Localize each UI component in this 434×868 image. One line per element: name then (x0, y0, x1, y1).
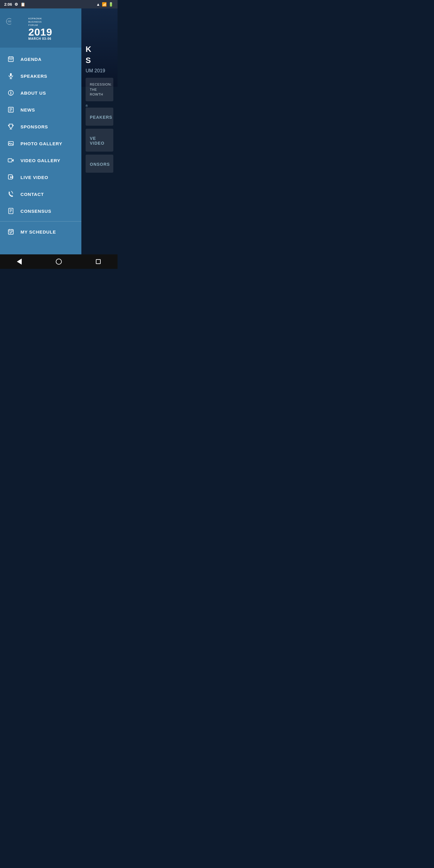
phone-icon (7, 190, 15, 198)
calendar-icon (7, 55, 15, 63)
news-label: NEWS (21, 107, 35, 113)
sidebar-item-about-us[interactable]: ABOUT US (0, 84, 82, 101)
live-video-card: VE VIDEO (86, 129, 113, 152)
recent-icon (96, 259, 101, 264)
status-left: 2:06 ⚙ 📋 (4, 2, 25, 7)
sidebar-item-photo-gallery[interactable]: PHOTO GALLERY (0, 135, 82, 152)
sidebar-item-contact[interactable]: CONTACT (0, 186, 82, 203)
logo-text: KOPAONIKBUSINESSFORUM 2019 MARCH 03-06 (28, 17, 53, 41)
time-display: 2:06 (4, 2, 12, 7)
main-wrapper: KOPAONIKBUSINESSFORUM 2019 MARCH 03-06 (0, 8, 118, 254)
android-nav-bar (0, 254, 118, 269)
logo-subtitle: KOPAONIKBUSINESSFORUM (28, 17, 53, 27)
title-fragment: K (86, 44, 113, 54)
gear-icon: ⚙ (14, 2, 18, 7)
home-button[interactable] (49, 256, 69, 267)
mic-icon (7, 72, 15, 80)
sponsors-section: ONSORS (90, 159, 109, 168)
consensus-label: CONSENSUS (21, 209, 51, 214)
svg-marker-27 (10, 176, 12, 178)
forum-logo (6, 18, 24, 39)
clipboard-icon: 📋 (21, 2, 25, 7)
doc-icon (7, 207, 15, 215)
photo-icon (7, 139, 15, 148)
speakers-card: PEAKERS (86, 107, 113, 126)
video-icon (7, 156, 15, 164)
live-video-label: LIVE VIDEO (21, 175, 48, 180)
svg-rect-22 (8, 142, 13, 146)
live-video-section: VE VIDEO (90, 133, 109, 147)
sidebar-item-video-gallery[interactable]: VIDEO GALLERY (0, 152, 82, 169)
status-right: ▲ 📶 🔋 (96, 2, 113, 7)
sidebar-item-news[interactable]: NEWS (0, 101, 82, 118)
photo-gallery-label: PHOTO GALLERY (21, 141, 62, 146)
title-fragment2: S (86, 56, 113, 65)
sponsors-label: SPONSORS (21, 124, 48, 129)
navigation-drawer: KOPAONIKBUSINESSFORUM 2019 MARCH 03-06 (0, 8, 82, 254)
home-icon (56, 258, 62, 265)
right-panel: K S UM 2019 RECESSION: THEROWTH ® PEAKER… (82, 8, 118, 254)
svg-point-9 (11, 59, 12, 60)
sidebar-item-agenda[interactable]: AGENDA (0, 51, 82, 67)
svg-rect-26 (8, 175, 12, 179)
sidebar-item-speakers[interactable]: SPEAKERS (0, 67, 82, 84)
contact-label: CONTACT (21, 192, 44, 197)
logo-area: KOPAONIKBUSINESSFORUM 2019 MARCH 03-06 (0, 8, 82, 48)
svg-point-8 (10, 59, 11, 60)
status-bar: 2:06 ⚙ 📋 ▲ 📶 🔋 (0, 0, 118, 8)
svg-rect-10 (10, 73, 12, 76)
wifi-icon: ▲ (96, 2, 100, 7)
right-title-area: K S (86, 44, 113, 65)
reg-mark: ® (86, 104, 113, 107)
speakers-section: PEAKERS (90, 112, 109, 121)
svg-rect-29 (9, 208, 13, 214)
trophy-icon (7, 122, 15, 131)
info-icon (7, 89, 15, 97)
my-schedule-label: MY SCHEDULE (21, 229, 56, 235)
sponsors-card: ONSORS (86, 155, 113, 173)
play-icon (7, 173, 15, 181)
svg-rect-33 (8, 230, 13, 235)
about-us-label: ABOUT US (21, 90, 46, 96)
sidebar-item-my-schedule[interactable]: MY SCHEDULE (0, 223, 82, 240)
svg-point-15 (10, 91, 11, 92)
logo-date: MARCH 03-06 (28, 37, 53, 40)
speakers-label: SPEAKERS (21, 73, 47, 79)
agenda-label: AGENDA (21, 57, 41, 62)
forum-year: UM 2019 (86, 68, 113, 73)
menu-list: AGENDA SPEAKERS (0, 48, 82, 243)
sidebar-item-sponsors[interactable]: SPONSORS (0, 118, 82, 135)
back-icon (17, 258, 22, 265)
video-gallery-label: VIDEO GALLERY (21, 158, 60, 163)
recession-text: RECESSION: THEROWTH (90, 82, 109, 97)
svg-rect-24 (8, 159, 12, 162)
schedule-icon (7, 227, 15, 236)
back-button[interactable] (10, 256, 29, 267)
battery-icon: 🔋 (108, 2, 113, 7)
svg-point-7 (9, 59, 10, 60)
sidebar-item-live-video[interactable]: LIVE VIDEO (0, 169, 82, 186)
news-icon (7, 105, 15, 114)
logo-year: 2019 (28, 27, 53, 37)
recent-button[interactable] (89, 257, 108, 267)
sidebar-item-consensus[interactable]: CONSENSUS (0, 203, 82, 219)
right-content: K S UM 2019 RECESSION: THEROWTH ® PEAKER… (82, 8, 118, 182)
signal-icon: 📶 (102, 2, 107, 7)
recession-card: RECESSION: THEROWTH (86, 78, 113, 101)
